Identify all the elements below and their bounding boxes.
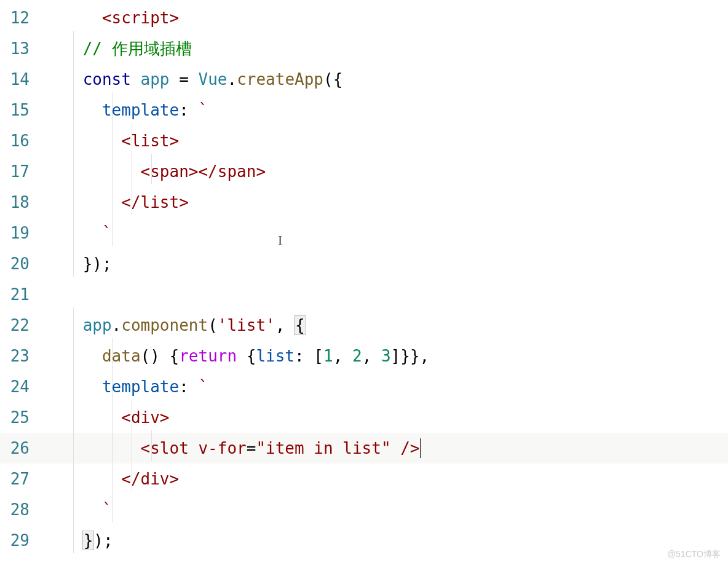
code-line[interactable]: 23 data() {return {list: [1, 2, 3]}}, (0, 341, 728, 371)
func-token: createApp (237, 70, 323, 89)
code-content[interactable]: </div> (44, 464, 179, 494)
code-line[interactable]: 14 const app = Vue.createApp({ (0, 64, 728, 95)
line-number: 17 (0, 156, 44, 187)
line-number: 13 (0, 33, 44, 64)
code-line[interactable]: 22 app.component('list', { (0, 310, 728, 341)
line-number: 19 (0, 218, 44, 248)
code-line[interactable]: 21 (0, 279, 728, 310)
line-number: 27 (0, 464, 44, 494)
tag-token: /> (391, 439, 420, 457)
punct-token: } (400, 347, 410, 365)
code-line[interactable]: 29 }); (0, 525, 728, 556)
line-number: 12 (0, 2, 44, 33)
watermark: @51CTO博客 (667, 549, 721, 560)
string-token: "item in list" (256, 439, 390, 457)
tag-token: <span></span> (141, 162, 266, 181)
punct-token: [ (314, 347, 323, 365)
code-line[interactable]: 28 ` (0, 494, 728, 525)
punct-token: . (112, 316, 122, 334)
code-content[interactable]: // 作用域插槽 (44, 33, 192, 64)
code-content[interactable]: data() {return {list: [1, 2, 3]}}, (44, 341, 429, 371)
code-line-active[interactable]: 26 <slot v-for="item in list" /> (0, 433, 728, 464)
line-number: 29 (0, 525, 44, 556)
punct-token: () (141, 347, 160, 365)
line-number: 23 (0, 341, 44, 371)
prop-token: template (102, 377, 179, 396)
line-number: 14 (0, 64, 44, 95)
code-content[interactable]: </list> (44, 187, 189, 218)
tag-token: <list> (121, 132, 179, 150)
line-number: 15 (0, 95, 44, 125)
punct-token: } (410, 347, 420, 365)
tag-token: </list> (121, 193, 189, 211)
code-line[interactable]: 12 <script> (0, 2, 728, 33)
code-line[interactable]: 15 template: ` (0, 95, 728, 125)
punct-token: , (333, 347, 343, 365)
punct-token: { (247, 347, 256, 365)
tag-token: <div> (121, 408, 169, 427)
bracket-match: } (83, 531, 94, 550)
object-token: Vue (199, 70, 228, 89)
code-content[interactable]: template: ` (44, 95, 208, 125)
number-token: 2 (352, 347, 362, 365)
prop-token: list (256, 347, 295, 365)
tag-token: </div> (121, 470, 179, 488)
punct-token: : (295, 347, 304, 365)
comment-token: // 作用域插槽 (83, 39, 192, 58)
func-token: data (102, 347, 141, 365)
code-content[interactable]: <slot v-for="item in list" /> (44, 433, 421, 464)
line-number: 21 (0, 279, 44, 310)
string-token: 'list' (218, 316, 275, 334)
code-content[interactable]: <list> (44, 125, 179, 156)
line-number: 18 (0, 187, 44, 218)
code-line[interactable]: 20 }); (0, 248, 728, 279)
tag-token: <slot (141, 439, 199, 457)
punct-token: ); (93, 531, 113, 550)
code-content[interactable]: <span></span> (44, 156, 266, 187)
punct-token: ( (208, 316, 218, 334)
punct-token: , (275, 316, 295, 334)
code-content[interactable]: template: ` (44, 371, 208, 402)
punct-token: ({ (323, 70, 342, 89)
string-token: ` (102, 224, 112, 242)
code-content[interactable]: app.component('list', { (44, 310, 306, 341)
punct-token: = (170, 70, 199, 89)
line-number: 26 (0, 433, 44, 464)
code-line[interactable]: 25 <div> (0, 402, 728, 433)
code-content[interactable]: }); (44, 248, 112, 279)
code-editor[interactable]: 12 <script> 13 // 作用域插槽 14 const app = V… (0, 0, 728, 556)
code-line[interactable]: 17 <span></span> (0, 156, 728, 187)
line-number: 25 (0, 402, 44, 433)
code-content[interactable]: <div> (44, 402, 170, 433)
code-line[interactable]: 16 <list> (0, 125, 728, 156)
code-content[interactable]: }); (44, 525, 113, 556)
line-number: 22 (0, 310, 44, 341)
punct-token: . (227, 70, 237, 89)
code-line[interactable]: 24 template: ` (0, 371, 728, 402)
code-line[interactable]: 18 </list> (0, 187, 728, 218)
code-line[interactable]: 19 `I (0, 218, 728, 248)
code-content[interactable]: const app = Vue.createApp({ (44, 64, 342, 95)
code-line[interactable]: 13 // 作用域插槽 (0, 33, 728, 64)
punct-token: }); (83, 255, 112, 273)
prop-token: template (102, 101, 179, 119)
keyword-token: const (83, 70, 131, 89)
punct-token: : (179, 377, 189, 396)
attr-token: v-for (198, 439, 246, 457)
text-cursor (420, 438, 421, 458)
punct-token: : (179, 101, 189, 119)
number-token: 3 (381, 347, 391, 365)
var-token: app (141, 70, 170, 89)
string-token: ` (198, 101, 208, 119)
punct-token: = (247, 439, 256, 457)
string-token: ` (198, 377, 208, 396)
code-content[interactable]: `I (44, 218, 112, 248)
code-line[interactable]: 27 </div> (0, 464, 728, 494)
keyword-token: return (179, 347, 237, 365)
code-content[interactable] (44, 279, 54, 310)
number-token: 1 (323, 347, 333, 365)
code-content[interactable]: ` (44, 494, 112, 525)
punct-token: ] (391, 347, 401, 365)
object-token: app (83, 316, 112, 334)
tag-token: <script> (102, 9, 179, 27)
